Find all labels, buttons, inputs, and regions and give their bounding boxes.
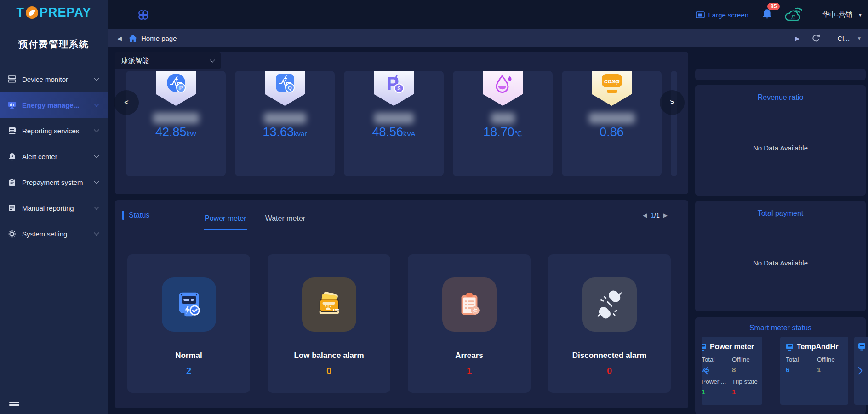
stat-label: Offline: [732, 355, 762, 365]
bell-icon: [762, 9, 772, 19]
section-accent-bar: [122, 211, 124, 220]
right-card-partial: [695, 69, 866, 80]
large-screen-link[interactable]: Large screen: [696, 11, 749, 19]
org-selector-value: 康派智能: [121, 57, 211, 65]
metric-tile-temperature: 18.70℃: [453, 71, 553, 176]
status-card-count: 0: [268, 366, 390, 376]
user-caret-down-icon[interactable]: ▼: [858, 12, 862, 17]
svg-text:Q: Q: [288, 85, 292, 91]
tab-power-meter[interactable]: Power meter: [204, 208, 247, 230]
metrics-panel: 康派智能 P 42.85kW Q 13.63kvar: [115, 52, 688, 194]
status-title: Status: [129, 211, 149, 219]
sidebar: TPREPAY 预付费管理系统 Device monitor Energy ma…: [0, 0, 108, 414]
app-logo: TPREPAY: [0, 6, 108, 20]
stat-value: 8: [732, 365, 762, 375]
sidebar-item-energy-management[interactable]: Energy manage...: [0, 92, 108, 118]
metric-value: 48.56kVA: [344, 125, 444, 139]
status-card-low-balance[interactable]: Low balance alarm 0: [268, 254, 390, 393]
metric-tile-reactive-power: Q 13.63kvar: [235, 71, 335, 176]
page-prev-icon[interactable]: ◀: [643, 212, 647, 218]
metric-tile-power-factor: cosφ 0.86: [562, 71, 662, 176]
close-tabs-dropdown[interactable]: Cl...: [837, 34, 850, 42]
tab-water-meter[interactable]: Water meter: [264, 208, 306, 230]
sidebar-item-alert-center[interactable]: Alert center: [0, 144, 108, 169]
prepayment-system-icon: [7, 178, 17, 186]
page-total: /1: [654, 212, 660, 219]
power-meter-ok-icon: [162, 277, 216, 332]
sidebar-item-reporting-services[interactable]: Reporting services: [0, 118, 108, 144]
page-next-icon[interactable]: ▶: [663, 212, 668, 218]
wallet-alarm-icon: [302, 277, 356, 332]
sidebar-item-label: Alert center: [22, 153, 95, 161]
sidebar-item-manual-reporting[interactable]: Manual reporting: [0, 195, 108, 221]
reporting-services-icon: [7, 127, 17, 134]
manual-reporting-icon: [7, 204, 17, 212]
metric-tile-partial: [671, 71, 677, 176]
home-icon[interactable]: [128, 34, 137, 42]
smart-meter-status-card: Smart meter status Power meter Total75 O…: [695, 317, 866, 414]
system-title: 预付费管理系统: [0, 38, 108, 51]
page-current: 1: [651, 212, 654, 219]
mini-meter-icon: [702, 343, 707, 351]
smart-card-name: Power meter: [710, 343, 754, 351]
stat-value: 6: [786, 365, 817, 375]
status-card-arrears[interactable]: 欠 Arrears 1: [408, 254, 531, 393]
cloud-service-icon[interactable]: π: [784, 6, 802, 23]
stat-value: 1: [817, 365, 848, 375]
stat-value: 1: [732, 387, 762, 397]
revenue-ratio-title: Revenue ratio: [695, 85, 866, 102]
total-payment-card: Total payment No Data Available: [695, 201, 866, 311]
mini-meter-icon: [858, 343, 866, 351]
notifications-bell[interactable]: 85: [762, 9, 772, 21]
tabs-caret-down-icon[interactable]: ▼: [857, 36, 862, 41]
status-card-count: 2: [127, 366, 250, 376]
status-cards: Normal 2 Low balance alarm 0 欠 Arrears 1: [127, 254, 671, 393]
org-selector[interactable]: 康派智能: [115, 52, 221, 69]
carousel-next-button[interactable]: >: [660, 90, 685, 115]
metric-value: 42.85kW: [126, 125, 226, 139]
energy-management-icon: [7, 101, 17, 109]
reactive-power-icon: Q: [265, 71, 305, 106]
large-screen-label: Large screen: [708, 11, 749, 19]
status-card-label: Arrears: [408, 351, 531, 360]
blurred-device-label: [589, 113, 635, 124]
sidebar-menu: Device monitor Energy manage... Reportin…: [0, 66, 108, 247]
metric-value: 18.70℃: [453, 125, 553, 139]
refresh-icon[interactable]: [811, 34, 821, 43]
chevron-down-icon: [94, 75, 99, 80]
status-card-normal[interactable]: Normal 2: [127, 254, 250, 393]
chevron-down-icon: [94, 101, 99, 106]
collapse-sidebar-icon[interactable]: [9, 400, 19, 411]
sidebar-item-prepayment-system[interactable]: Prepayment system: [0, 169, 108, 195]
logo-leaf-icon: [26, 6, 38, 19]
device-monitor-icon: [7, 75, 17, 83]
no-data-text: No Data Available: [695, 259, 866, 267]
breadcrumb-bar: ◀ Home page ▶ Cl... ▼: [108, 29, 868, 47]
stat-value: 1: [702, 387, 732, 397]
blurred-device-label: [374, 113, 414, 124]
sidebar-item-system-setting[interactable]: System setting: [0, 221, 108, 247]
stat-label: Total: [702, 355, 732, 365]
svg-text:P: P: [179, 85, 182, 91]
metric-value: 13.63kvar: [235, 125, 335, 139]
blurred-device-label: [264, 113, 306, 124]
status-card-label: Normal: [127, 351, 250, 360]
chevron-down-icon: [94, 153, 99, 158]
sidebar-item-device-monitor[interactable]: Device monitor: [0, 66, 108, 92]
smart-card-header: [854, 337, 868, 351]
chevron-down-icon: [210, 57, 215, 62]
temperature-icon: [483, 71, 523, 106]
apps-clover-icon[interactable]: [137, 9, 149, 21]
smart-card-name: TempAndHr: [797, 343, 838, 351]
smart-card-tempandhr: TempAndHr Total6 Offline1: [780, 337, 848, 405]
breadcrumb-page-title[interactable]: Home page: [141, 34, 177, 42]
status-card-disconnected[interactable]: Disconnected alarm 0: [548, 254, 671, 393]
back-arrow-icon[interactable]: ◀: [117, 35, 122, 42]
forward-arrow-icon[interactable]: ▶: [795, 35, 799, 42]
apparent-power-icon: PS: [374, 71, 414, 106]
carousel-prev-button[interactable]: <: [114, 90, 139, 115]
logo-text-prefix: T: [16, 6, 24, 20]
user-menu[interactable]: 华中-营销: [822, 11, 852, 19]
svg-text:欠: 欠: [472, 308, 477, 313]
stat-label: Total: [786, 355, 817, 365]
